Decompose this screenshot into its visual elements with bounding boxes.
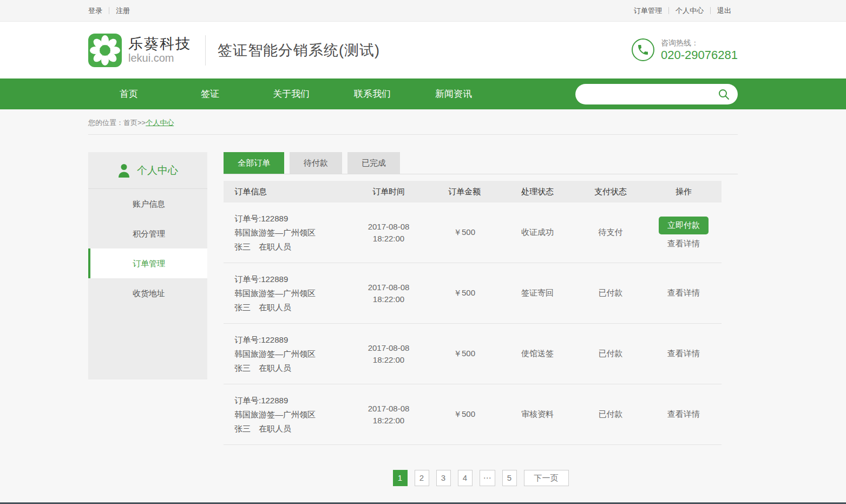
topbar-link-3[interactable]: 退出: [711, 6, 738, 16]
pay-status-cell: 待支付: [575, 227, 646, 238]
order-actions-cell: 立即付款查看详情: [646, 217, 722, 249]
order-applicant: 张三 在职人员: [234, 422, 348, 436]
breadcrumb: 您的位置：首页>>个人中心: [88, 109, 738, 135]
topbar-link-2[interactable]: 个人中心: [669, 6, 710, 16]
view-detail-link[interactable]: 查看详情: [667, 239, 700, 249]
breadcrumb-separator: >>: [137, 119, 146, 127]
topbar-link-1[interactable]: 订单管理: [634, 6, 668, 16]
topbar-right-links: 订单管理个人中心退出: [634, 6, 738, 16]
order-amount-cell: ￥500: [429, 349, 500, 359]
order-applicant: 张三 在职人员: [234, 240, 348, 254]
breadcrumb-label: 您的位置：: [88, 119, 123, 127]
order-info-cell: 订单号:122889韩国旅游签—广州领区张三 在职人员: [224, 272, 348, 315]
sidebar-item[interactable]: 收货地址: [88, 278, 207, 308]
order-actions-cell: 查看详情: [646, 409, 722, 420]
topbar-left-links: 登录 注册: [88, 6, 136, 16]
order-date: 2017-08-08: [348, 282, 429, 293]
order-tabs: 全部订单待付款已完成: [224, 152, 738, 174]
pagination: 1234⋯5下一页: [224, 470, 738, 486]
order-amount-cell: ￥500: [429, 288, 500, 298]
orders-table-body: 订单号:122889韩国旅游签—广州领区张三 在职人员2017-08-0818:…: [224, 202, 722, 445]
brand-logo-icon[interactable]: [88, 34, 122, 67]
next-page-button[interactable]: 下一页: [524, 470, 569, 486]
order-number: 订单号:122889: [234, 272, 348, 286]
order-product: 韩国旅游签—广州领区: [234, 226, 348, 240]
hotline-number: 020-29076281: [661, 48, 738, 62]
page-button[interactable]: 5: [502, 470, 517, 486]
brand-text: 乐葵科技 lekui.com: [128, 36, 191, 64]
order-date: 2017-08-08: [348, 342, 429, 354]
page-button[interactable]: 4: [458, 470, 473, 486]
order-info-cell: 订单号:122889韩国旅游签—广州领区张三 在职人员: [224, 333, 348, 375]
order-actions-cell: 查看详情: [646, 349, 722, 359]
breadcrumb-band: 您的位置：首页>>个人中心: [0, 109, 846, 135]
order-applicant: 张三 在职人员: [234, 361, 348, 375]
view-detail-link[interactable]: 查看详情: [667, 349, 700, 359]
column-header: 操作: [646, 187, 722, 197]
view-detail-link[interactable]: 查看详情: [667, 409, 700, 420]
order-time-cell: 2017-08-0818:22:00: [348, 342, 429, 366]
breadcrumb-home-link[interactable]: 首页: [123, 119, 137, 127]
pay-status-cell: 已付款: [575, 409, 646, 420]
order-amount-cell: ￥500: [429, 409, 500, 420]
order-clock: 18:22:00: [348, 415, 429, 427]
sunflower-logo-icon: [88, 34, 122, 67]
phone-icon: [632, 38, 654, 61]
pay-status-cell: 已付款: [575, 349, 646, 359]
search-icon[interactable]: [717, 88, 730, 101]
nav-item-3[interactable]: 关于我们: [251, 78, 332, 109]
nav-item-2[interactable]: 签证: [169, 78, 251, 109]
table-row: 订单号:122889韩国旅游签—广州领区张三 在职人员2017-08-0818:…: [224, 202, 722, 263]
sidebar-item[interactable]: 订单管理: [88, 248, 207, 278]
table-row: 订单号:122889韩国旅游签—广州领区张三 在职人员2017-08-0818:…: [224, 324, 722, 384]
register-link[interactable]: 注册: [109, 6, 136, 16]
order-info-cell: 订单号:122889韩国旅游签—广州领区张三 在职人员: [224, 394, 348, 436]
table-row: 订单号:122889韩国旅游签—广州领区张三 在职人员2017-08-0818:…: [224, 384, 722, 445]
order-time-cell: 2017-08-0818:22:00: [348, 282, 429, 305]
order-date: 2017-08-08: [348, 403, 429, 415]
person-icon: [117, 163, 130, 178]
login-link[interactable]: 登录: [88, 6, 109, 16]
search-box: [575, 84, 738, 104]
order-applicant: 张三 在职人员: [234, 300, 348, 315]
column-header: 订单信息: [224, 187, 348, 197]
sidebar-item[interactable]: 账户信息: [88, 189, 207, 219]
page-button[interactable]: 3: [436, 470, 451, 486]
order-tab[interactable]: 已完成: [347, 152, 400, 174]
order-number: 订单号:122889: [234, 333, 348, 347]
order-tab[interactable]: 待付款: [290, 152, 342, 174]
nav-item-5[interactable]: 新闻资讯: [413, 78, 494, 109]
order-tab[interactable]: 全部订单: [224, 152, 284, 174]
column-header: 处理状态: [500, 187, 575, 197]
order-number: 订单号:122889: [234, 212, 348, 226]
order-clock: 18:22:00: [348, 354, 429, 366]
column-header: 订单时间: [348, 187, 429, 197]
process-status-cell: 签证寄回: [500, 288, 575, 298]
page-button[interactable]: ⋯: [480, 470, 495, 486]
sidebar-items: 账户信息积分管理订单管理收货地址: [88, 189, 207, 308]
hotline-label: 咨询热线：: [661, 38, 738, 49]
pay-now-button[interactable]: 立即付款: [659, 217, 709, 234]
sidebar: 个人中心 账户信息积分管理订单管理收货地址: [88, 152, 207, 379]
order-actions-cell: 查看详情: [646, 288, 722, 298]
nav-item-4[interactable]: 联系我们: [332, 78, 413, 109]
top-utility-bar: 登录 注册 订单管理个人中心退出: [0, 0, 846, 22]
order-amount-cell: ￥500: [429, 227, 500, 238]
sidebar-item[interactable]: 积分管理: [88, 219, 207, 248]
column-header: 订单金额: [429, 187, 500, 197]
page-button[interactable]: 1: [393, 470, 408, 486]
sidebar-header: 个人中心: [88, 152, 207, 189]
page: 登录 注册 订单管理个人中心退出: [0, 0, 846, 504]
view-detail-link[interactable]: 查看详情: [667, 288, 700, 298]
main-nav-items: 首页签证关于我们联系我们新闻资讯: [88, 78, 494, 109]
order-product: 韩国旅游签—广州领区: [234, 286, 348, 300]
order-number: 订单号:122889: [234, 394, 348, 408]
nav-item-1[interactable]: 首页: [88, 78, 169, 109]
hotline: 咨询热线： 020-29076281: [632, 38, 738, 63]
breadcrumb-current-link[interactable]: 个人中心: [146, 119, 174, 127]
order-date: 2017-08-08: [348, 221, 429, 233]
pay-status-cell: 已付款: [575, 288, 646, 298]
process-status-cell: 使馆送签: [500, 349, 575, 359]
search-input[interactable]: [585, 90, 717, 99]
page-button[interactable]: 2: [415, 470, 429, 486]
